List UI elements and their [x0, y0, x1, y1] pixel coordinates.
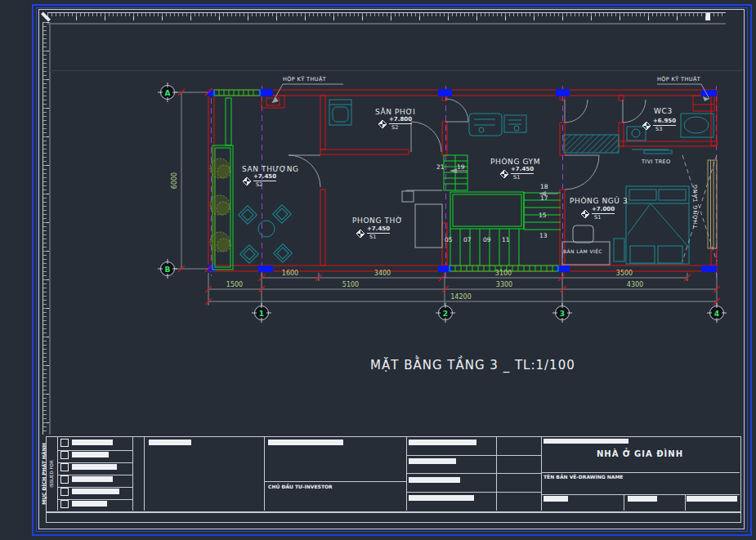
level-code-wc3: S3 — [655, 127, 662, 132]
issue-checkbox — [60, 451, 69, 459]
issue-entry-bar — [72, 452, 109, 457]
grid-bubble-1: 1 — [259, 310, 264, 318]
tb-hline — [406, 492, 541, 493]
level-value-phong-ngu3: +7.000 — [592, 207, 615, 214]
tb-vline — [541, 436, 542, 511]
dim-1600: 1600 — [282, 270, 298, 277]
dim-1500: 1500 — [226, 282, 243, 288]
tb-field-bar — [268, 440, 343, 445]
titleblock-project-name: NHÀ Ở GIA ĐÌNH — [597, 450, 683, 458]
stair-number-13: 13 — [539, 233, 548, 239]
trees — [210, 158, 230, 252]
stair-number-05: 05 — [445, 237, 453, 243]
tb-hline — [406, 473, 541, 474]
walls — [208, 90, 717, 271]
grid-bubble-4: 4 — [714, 310, 719, 318]
grid-bubble-b: B — [165, 266, 171, 274]
leader-lines — [272, 84, 709, 103]
level-value-san-phoi: +7.800 — [389, 117, 412, 124]
label-hop-ky-thuat-left: HỘP KỸ THUẬT — [283, 77, 326, 83]
tb-field-bar — [628, 496, 657, 502]
titleblock-issued-for: ISSUED FOR — [50, 460, 55, 487]
level-value-wc3: +6.950 — [653, 118, 676, 126]
room-label-wc3: WC3 — [654, 108, 673, 115]
axis-lines — [212, 86, 717, 279]
issue-entry-bar — [72, 489, 119, 494]
tb-hline — [541, 472, 740, 473]
dim-3100: 3100 — [495, 270, 512, 277]
furniture — [239, 100, 714, 264]
titleblock-drawing-name-label: TÊN BẢN VẼ-DRAWING NAME — [544, 475, 623, 480]
issue-checkbox — [60, 463, 69, 471]
stair-number-19: 19 — [457, 164, 465, 171]
tb-field-bar — [409, 495, 474, 501]
columns — [208, 89, 717, 272]
level-value-phong-tho: +7.450 — [367, 226, 390, 234]
dim-14200: 14200 — [450, 294, 471, 301]
tb-vline — [132, 436, 133, 511]
titleblock-bottom-strip — [46, 512, 741, 523]
tb-field-bar — [544, 439, 629, 444]
tb-field-bar — [409, 477, 460, 483]
tb-vline — [144, 436, 145, 511]
label-tivi-treo: TIVI TREO — [642, 159, 671, 165]
stair-number-11: 11 — [502, 237, 510, 243]
issue-checkbox — [60, 475, 69, 484]
dim-6000: 6000 — [172, 172, 178, 189]
room-label-phong-tho: PHONG THỜ — [352, 217, 403, 225]
issue-entry-bar — [72, 501, 107, 507]
level-code-phong-ngu3: S1 — [594, 215, 601, 221]
tb-hline — [541, 494, 740, 495]
titleblock-issue-purpose: MỤC ĐÍCH PHÁT HÀNH — [42, 443, 47, 505]
tb-field-bar — [409, 458, 456, 464]
tb-field-bar — [409, 440, 476, 445]
label-ban-lam-viec: BÀN LÀM VIỆC — [563, 249, 602, 254]
label-hop-ky-thuat-right: HỘP KỸ THUẬT — [657, 77, 700, 83]
room-label-san-thuong: SAN THƯỢNG — [242, 166, 299, 173]
room-label-san-phoi: SÂN PHƠI — [375, 109, 416, 116]
stair-number-15: 15 — [539, 212, 547, 219]
level-code-san-thuong: S2 — [256, 182, 262, 188]
dim-3400: 3400 — [374, 270, 391, 277]
level-value-san-thuong: +7.450 — [253, 174, 276, 181]
level-code-phong-tho: S1 — [369, 234, 376, 240]
tb-hline — [406, 455, 541, 456]
issue-entry-bar — [72, 476, 113, 482]
tb-field-bar — [544, 496, 568, 502]
grid-bubble-2: 2 — [443, 310, 448, 318]
tb-vline — [624, 494, 624, 511]
tb-vline — [264, 436, 265, 511]
tb-hline — [264, 481, 406, 482]
grid-bubble-3: 3 — [560, 310, 565, 318]
stair-number-17: 17 — [540, 195, 548, 202]
cad-canvas[interactable]: SAN THƯỢNG +7.450 S2 SÂN PHƠI +7.800 S2 … — [0, 0, 756, 540]
tb-field-bar — [687, 496, 737, 502]
dim-4300: 4300 — [627, 282, 643, 288]
stair-number-18: 18 — [540, 184, 548, 190]
dim-3500: 3500 — [616, 270, 633, 277]
room-label-phong-gym: PHÒNG GYM — [490, 158, 540, 166]
titleblock-investor-label: CHỦ ĐẦU TƯ-INVESTOR — [268, 484, 333, 489]
issue-entry-bar — [72, 440, 113, 445]
label-thong-tang: THÔNG TẦNG — [693, 184, 699, 228]
level-value-phong-gym: +7.450 — [511, 167, 534, 174]
level-code-phong-gym: S1 — [513, 175, 520, 181]
grid-bubble-a: A — [165, 90, 171, 97]
dim-3300: 3300 — [496, 282, 512, 288]
stair-number-09: 09 — [483, 237, 491, 243]
drawing-title: MẶT BẰNG TẦNG 3 _ TL:1/100 — [370, 359, 575, 372]
room-label-phong-ngu3: PHÒNG NGỦ 3 — [570, 198, 628, 205]
stair-number-07: 07 — [463, 237, 472, 243]
tb-vline — [685, 494, 686, 511]
issue-checkbox — [60, 439, 69, 447]
tb-field-bar — [149, 440, 191, 445]
issue-checkbox — [60, 500, 69, 508]
issue-checkbox — [60, 488, 69, 496]
dim-5100: 5100 — [342, 282, 359, 288]
stair-number-21: 21 — [436, 164, 445, 171]
level-code-san-phoi: S2 — [391, 125, 398, 131]
issue-entry-bar — [72, 464, 117, 470]
